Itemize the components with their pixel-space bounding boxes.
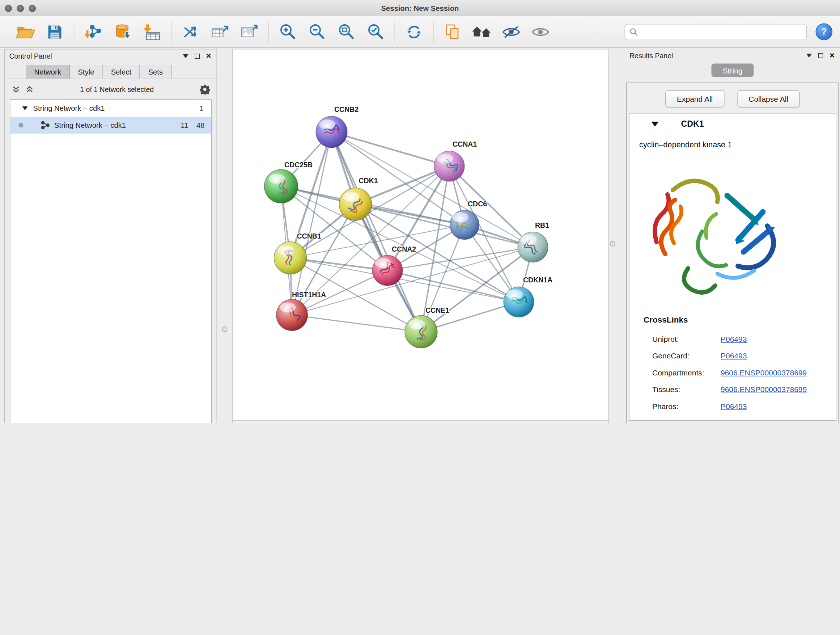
- network-view[interactable]: CCNB2CCNA1CDC25BCDK1CDC6RB1CCNB1CCNA2CDK…: [232, 49, 609, 421]
- crosslink-label: GeneCard:: [652, 351, 690, 360]
- tree-expand-icon[interactable]: [22, 106, 28, 111]
- gene-name: CDK1: [681, 119, 704, 129]
- network-edge[interactable]: [387, 271, 519, 302]
- crosslink-row: GeneCard:P06493: [630, 347, 836, 364]
- float-panel-icon[interactable]: [818, 53, 823, 58]
- hide-selected-button[interactable]: [499, 19, 524, 44]
- gene-section-header[interactable]: CDK1: [630, 114, 836, 134]
- zoom-selected-button[interactable]: [363, 19, 388, 44]
- zoom-out-button[interactable]: [305, 19, 330, 44]
- string-tab[interactable]: String: [712, 64, 754, 78]
- search-box[interactable]: [625, 24, 807, 40]
- help-button[interactable]: ?: [816, 24, 833, 41]
- network-tree: String Network – cdk1 1 String Network –…: [10, 100, 212, 424]
- network-node-cdkn1a[interactable]: [504, 287, 534, 317]
- node-label-ccne1: CCNE1: [425, 306, 449, 314]
- tab-sets[interactable]: Sets: [140, 65, 172, 79]
- panel-menu-icon[interactable]: [806, 54, 812, 57]
- network-edge[interactable]: [292, 315, 421, 332]
- close-panel-icon[interactable]: ×: [206, 52, 211, 60]
- new-network-button[interactable]: [178, 19, 203, 44]
- network-node-hist1h1a[interactable]: [276, 299, 308, 331]
- collapse-section-icon[interactable]: [651, 121, 659, 126]
- tab-select[interactable]: Select: [103, 65, 140, 79]
- zoom-out-icon: [308, 22, 326, 41]
- export-network-icon: [210, 22, 230, 41]
- crosslinks-title: CrossLinks: [644, 315, 688, 325]
- network-edge[interactable]: [292, 132, 332, 315]
- search-icon: [630, 27, 638, 36]
- crosslink-compartments-link[interactable]: 9606.ENSP00000378699: [721, 368, 807, 377]
- network-options-row: 1 of 1 Network selected: [5, 79, 217, 99]
- crosslink-row: Uniprot:P06493: [630, 330, 836, 347]
- copy-button[interactable]: [440, 19, 465, 44]
- crosslink-label: Compartments:: [652, 368, 704, 377]
- node-label-ccna2: CCNA2: [392, 245, 416, 253]
- tab-style[interactable]: Style: [69, 65, 103, 79]
- left-splitter-handle[interactable]: [222, 326, 227, 332]
- save-floppy-icon: [46, 23, 64, 41]
- network-node-ccna2[interactable]: [372, 255, 403, 286]
- database-icon: [114, 22, 132, 41]
- zoom-fit-button[interactable]: [334, 19, 359, 44]
- gear-icon[interactable]: [200, 84, 210, 95]
- node-label-cdkn1a: CDKN1A: [523, 276, 553, 284]
- close-panel-icon[interactable]: ×: [829, 51, 835, 60]
- protein-structure-image: [641, 162, 783, 302]
- expand-all-button[interactable]: Expand All: [665, 90, 724, 108]
- results-panel-title: Results Panel: [630, 51, 673, 60]
- network-node-cdk1[interactable]: [339, 188, 372, 220]
- crosslink-label: Tissues:: [652, 385, 680, 394]
- network-node-cdc6[interactable]: [450, 211, 479, 240]
- save-session-button[interactable]: [42, 19, 67, 44]
- expand-all-icon[interactable]: [25, 85, 34, 93]
- window-title: Session: New Session: [0, 4, 840, 12]
- network-node-rb1[interactable]: [518, 232, 548, 263]
- network-edge[interactable]: [332, 132, 422, 332]
- zoom-in-button[interactable]: [275, 19, 300, 44]
- crosslink-genecard-link[interactable]: P06493: [721, 351, 747, 360]
- network-row-selected[interactable]: String Network – cdk1 11 48: [11, 117, 211, 134]
- control-panel-tabs: NetworkStyleSelectSets: [5, 63, 217, 80]
- node-label-ccnb1: CCNB1: [297, 232, 321, 240]
- import-table-button[interactable]: [140, 19, 164, 44]
- tab-network[interactable]: Network: [26, 65, 70, 79]
- right-splitter-handle[interactable]: [610, 241, 615, 247]
- import-database-button[interactable]: [111, 19, 135, 44]
- show-all-button[interactable]: [528, 19, 553, 44]
- home-button[interactable]: [470, 19, 494, 44]
- refresh-view-button[interactable]: [401, 19, 426, 44]
- toolbar-separator: [74, 21, 74, 43]
- eye-slash-icon: [501, 24, 522, 40]
- open-session-button[interactable]: [13, 19, 38, 44]
- export-network-button[interactable]: [207, 19, 232, 44]
- network-node-ccne1[interactable]: [405, 316, 437, 348]
- gene-description: cyclin–dependent kinase 1: [639, 140, 732, 149]
- network-node-ccnb1[interactable]: [274, 242, 307, 274]
- crosslink-tissues-link[interactable]: 9606.ENSP00000378699: [721, 385, 807, 394]
- collection-label: String Network – cdk1: [33, 104, 105, 112]
- application-window: Session: New Session: [0, 0, 840, 423]
- open-folder-icon: [16, 22, 35, 41]
- network-node-ccna1[interactable]: [434, 151, 464, 181]
- network-node-ccnb2[interactable]: [316, 116, 347, 148]
- panel-menu-icon[interactable]: [183, 54, 188, 58]
- search-input[interactable]: [641, 27, 802, 36]
- float-panel-icon[interactable]: [195, 54, 200, 59]
- crosslink-label: Uniprot:: [652, 334, 679, 343]
- export-image-button[interactable]: [237, 19, 262, 44]
- crosslink-uniprot-link[interactable]: P06493: [721, 334, 747, 343]
- collapse-all-icon[interactable]: [11, 85, 21, 93]
- node-label-cdc25b: CDC25B: [284, 161, 313, 169]
- import-network-button[interactable]: [81, 19, 106, 44]
- network-edge[interactable]: [332, 132, 450, 166]
- network-edge[interactable]: [291, 225, 465, 258]
- network-collection-row[interactable]: String Network – cdk1 1: [11, 100, 211, 117]
- network-selection-status: 1 of 1 Network selected: [34, 85, 200, 93]
- network-graph[interactable]: CCNB2CCNA1CDC25BCDK1CDC6RB1CCNB1CCNA2CDK…: [233, 50, 608, 421]
- network-node-cdc25b[interactable]: [264, 169, 298, 203]
- crosslink-row: Tissues:9606.ENSP00000378699: [630, 381, 836, 398]
- current-network-bullet-icon: [19, 123, 24, 128]
- collapse-all-button[interactable]: Collapse All: [737, 90, 800, 108]
- crosslink-pharos-link[interactable]: P06493: [721, 402, 747, 410]
